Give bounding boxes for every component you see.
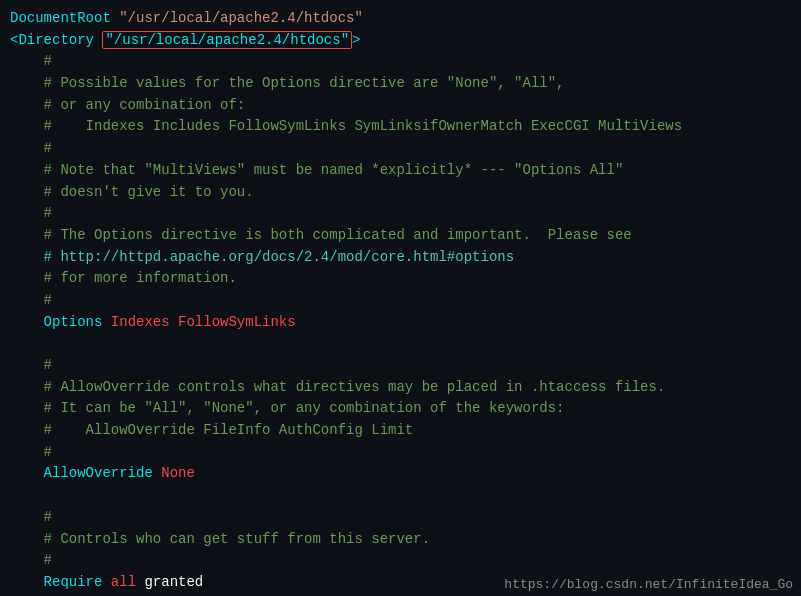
code-token: None: [161, 465, 195, 481]
code-token: # for more information.: [10, 270, 237, 286]
code-line: # for more information.: [10, 268, 791, 290]
code-line: # The Options directive is both complica…: [10, 225, 791, 247]
code-line: [10, 333, 791, 355]
code-line: AllowOverride None: [10, 463, 791, 485]
code-line: #: [10, 442, 791, 464]
code-token: # Controls who can get stuff from this s…: [10, 531, 430, 547]
code-token: #: [10, 509, 52, 525]
code-token: #: [10, 205, 52, 221]
code-line: # AllowOverride controls what directives…: [10, 377, 791, 399]
code-line: Options Indexes FollowSymLinks: [10, 312, 791, 334]
code-token: # Possible values for the Options direct…: [10, 75, 565, 91]
code-line: #: [10, 51, 791, 73]
code-block: DocumentRoot "/usr/local/apache2.4/htdoc…: [10, 8, 791, 596]
code-token: # or any combination of:: [10, 97, 245, 113]
code-line: # Indexes Includes FollowSymLinks SymLin…: [10, 116, 791, 138]
directory-path: "/usr/local/apache2.4/htdocs": [102, 31, 352, 49]
code-container: DocumentRoot "/usr/local/apache2.4/htdoc…: [0, 0, 801, 596]
code-line: # Note that "MultiViews" must be named *…: [10, 160, 791, 182]
code-line: #: [10, 138, 791, 160]
code-token: # Indexes Includes FollowSymLinks SymLin…: [10, 118, 682, 134]
code-line: # http://httpd.apache.org/docs/2.4/mod/c…: [10, 247, 791, 269]
code-token: #: [10, 552, 52, 568]
code-token: >: [352, 32, 360, 48]
code-token: all: [111, 574, 136, 590]
code-line: <Directory "/usr/local/apache2.4/htdocs"…: [10, 30, 791, 52]
code-token: # AllowOverride FileInfo AuthConfig Limi…: [10, 422, 413, 438]
code-line: #: [10, 550, 791, 572]
code-line: # or any combination of:: [10, 95, 791, 117]
code-token: # doesn't give it to you.: [10, 184, 254, 200]
code-token: granted: [136, 574, 203, 590]
code-line: #: [10, 290, 791, 312]
code-token: # AllowOverride controls what directives…: [10, 379, 665, 395]
footer-url: https://blog.csdn.net/InfiniteIdea_Go: [496, 573, 801, 596]
code-token: Require: [10, 574, 111, 590]
code-token: #: [10, 444, 52, 460]
code-line: # Controls who can get stuff from this s…: [10, 529, 791, 551]
code-token: # Note that "MultiViews" must be named *…: [10, 162, 623, 178]
code-token: #: [10, 292, 52, 308]
code-token: # http://httpd.apache.org/docs/2.4/mod/c…: [10, 249, 514, 265]
code-token: AllowOverride: [10, 465, 161, 481]
code-line: DocumentRoot "/usr/local/apache2.4/htdoc…: [10, 8, 791, 30]
code-line: # It can be "All", "None", or any combin…: [10, 398, 791, 420]
code-token: #: [10, 357, 52, 373]
code-line: # AllowOverride FileInfo AuthConfig Limi…: [10, 420, 791, 442]
code-token: # It can be "All", "None", or any combin…: [10, 400, 565, 416]
code-token: "/usr/local/apache2.4/htdocs": [119, 10, 363, 26]
code-line: #: [10, 507, 791, 529]
code-line: # Possible values for the Options direct…: [10, 73, 791, 95]
code-token: Options: [10, 314, 111, 330]
code-token: #: [10, 140, 52, 156]
code-line: #: [10, 355, 791, 377]
code-token: # The Options directive is both complica…: [10, 227, 632, 243]
code-token: DocumentRoot: [10, 10, 119, 26]
code-line: # doesn't give it to you.: [10, 182, 791, 204]
code-line: #: [10, 203, 791, 225]
code-line: [10, 485, 791, 507]
code-token: Indexes FollowSymLinks: [111, 314, 296, 330]
code-token: <Directory: [10, 32, 102, 48]
code-token: #: [10, 53, 52, 69]
